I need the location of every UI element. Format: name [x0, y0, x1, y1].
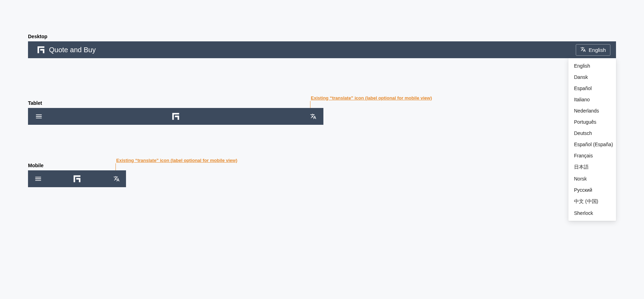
tablet-label: Tablet — [28, 100, 616, 106]
language-dropdown: English Dansk Español Italiano Nederland… — [568, 58, 616, 221]
tablet-header-bar — [28, 108, 323, 125]
brand-block: Quote and Buy — [36, 45, 96, 54]
tablet-section: Existing “translate” icon (label optiona… — [28, 100, 616, 125]
language-option[interactable]: Nederlands — [568, 105, 616, 116]
logo-icon — [72, 174, 82, 183]
app-title: Quote and Buy — [49, 46, 96, 54]
mobile-label: Mobile — [28, 163, 616, 168]
hamburger-menu-icon[interactable] — [34, 175, 42, 183]
language-option[interactable]: Norsk — [568, 173, 616, 184]
language-option[interactable]: Sherlock — [568, 208, 616, 219]
mobile-section: Existing “translate” icon (label optiona… — [28, 163, 616, 187]
translate-icon — [580, 47, 586, 53]
language-option[interactable]: 日本語 — [568, 161, 616, 173]
language-option[interactable]: Italiano — [568, 94, 616, 105]
language-selector-label: English — [589, 47, 606, 53]
desktop-header-bar: Quote and Buy English English Dansk Espa… — [28, 41, 616, 58]
language-option[interactable]: 中文 (中国) — [568, 196, 616, 208]
language-selector-button[interactable]: English — [576, 44, 610, 56]
language-option[interactable]: Русский — [568, 184, 616, 196]
desktop-section: Desktop Quote and Buy English — [28, 34, 616, 58]
logo-icon — [171, 112, 180, 121]
hamburger-menu-icon[interactable] — [35, 113, 43, 120]
language-option[interactable]: Español (España) — [568, 139, 616, 150]
translate-icon[interactable] — [113, 176, 120, 182]
translate-icon[interactable] — [310, 113, 316, 120]
language-option[interactable]: Português — [568, 116, 616, 128]
language-option[interactable]: English — [568, 60, 616, 72]
mobile-annotation: Existing “translate” icon (label optiona… — [116, 158, 237, 163]
language-option[interactable]: Español — [568, 83, 616, 94]
tablet-annotation: Existing “translate” icon (label optiona… — [311, 95, 432, 101]
desktop-label: Desktop — [28, 34, 616, 39]
logo-icon — [36, 45, 46, 54]
language-option[interactable]: Français — [568, 150, 616, 161]
language-option[interactable]: Deutsch — [568, 128, 616, 139]
language-option[interactable]: Dansk — [568, 72, 616, 83]
mobile-header-bar — [28, 170, 126, 187]
